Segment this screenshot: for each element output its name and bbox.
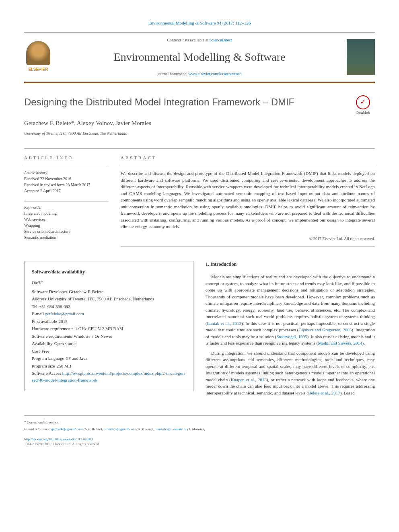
keyword-item: Integrated modeling xyxy=(24,210,109,216)
keyword-item: Web services xyxy=(24,216,109,222)
homepage-label: journal homepage: xyxy=(157,72,188,76)
software-name: DMIF xyxy=(32,280,186,286)
top-citation: Environmental Modelling & Software 94 (2… xyxy=(24,20,375,26)
citation-link[interactable]: Gijsbers and Gregersen, 2005 xyxy=(298,327,352,332)
affiliation: University of Twente, ITC, 7500 AE Ensch… xyxy=(24,131,375,136)
intro-paragraph: During integration, we should understand… xyxy=(206,350,375,396)
sw-row: CostFree xyxy=(32,347,186,355)
journal-homepage: journal homepage: www.elsevier.com/locat… xyxy=(58,71,341,77)
sw-val: Open source xyxy=(54,341,76,346)
crossmark-label: CrossMark xyxy=(356,111,370,115)
sw-key: E-mail xyxy=(32,311,44,316)
keyword-item: Semantic mediation xyxy=(24,234,109,240)
sw-row: Tel+31-684-838-692 xyxy=(32,303,186,310)
journal-header: ELSEVIER Contents lists available at Sci… xyxy=(24,32,375,83)
keyword-item: Wrapping xyxy=(24,222,109,228)
sw-key: Software Developer xyxy=(32,289,67,294)
abstract-text: We describe and discuss the design and p… xyxy=(121,170,375,230)
email-link[interactable]: j.morales@utwente.nl xyxy=(154,427,186,431)
keywords-label: Keywords: xyxy=(24,201,109,210)
sw-key: Program language xyxy=(32,356,64,361)
corresponding-author: * Corresponding author. xyxy=(24,420,375,425)
sw-val: 250 MB xyxy=(57,364,71,368)
sw-row: Software DeveloperGetachew F. Belete xyxy=(32,288,186,296)
sw-val: University of Twente, ITC, 7500 AE Ensch… xyxy=(48,296,154,301)
elsevier-tree-icon xyxy=(26,41,50,65)
sw-row: Program languageC# and Java xyxy=(32,355,186,362)
keyword-item: Service oriented architecture xyxy=(24,228,109,234)
sw-row: Hardware requirements1 GHz CPU 512 MB RA… xyxy=(32,325,186,333)
sw-val: +31-684-838-692 xyxy=(39,304,70,309)
issn-copyright: 1364-8152/© 2017 Elsevier Ltd. All right… xyxy=(24,442,375,447)
elsevier-logo: ELSEVIER xyxy=(24,41,52,73)
abstract-label: ABSTRACT xyxy=(121,155,375,165)
citation-link[interactable]: Knapen et al., 2013 xyxy=(231,377,267,382)
sw-key: Availability xyxy=(32,341,53,346)
received-date: Received 22 November 2016 xyxy=(24,176,109,182)
footer: * Corresponding author. E-mail addresses… xyxy=(24,415,375,446)
sw-key: First available xyxy=(32,319,57,324)
sw-row: Software requirementsWindows 7 Or Newer xyxy=(32,333,186,340)
contents-avail-text: Contents lists available at xyxy=(167,38,209,42)
history-label: Article history: xyxy=(24,170,109,176)
crossmark-icon xyxy=(356,95,370,109)
sw-email-link[interactable]: getfeleke@gmail.com xyxy=(45,311,84,316)
sw-val: 2015 xyxy=(59,319,68,324)
article-title: Designing the Distributed Model Integrat… xyxy=(24,95,343,109)
homepage-link[interactable]: www.elsevier.com/locate/envsoft xyxy=(188,72,242,76)
elsevier-text: ELSEVIER xyxy=(29,67,48,72)
sw-row: AvailabilityOpen source xyxy=(32,340,186,347)
software-availability-box: Software/data availability DMIF Software… xyxy=(24,261,193,392)
crossmark-badge[interactable]: CrossMark xyxy=(351,95,375,115)
sw-key: Software Access xyxy=(32,371,61,376)
citation-link[interactable]: Stoorvogel, 1995 xyxy=(276,334,307,339)
accepted-date: Accepted 2 April 2017 xyxy=(24,188,109,194)
software-box-title: Software/data availability xyxy=(32,269,186,275)
sw-key: Hardware requirements xyxy=(32,326,74,331)
authors: Getachew F. Belete*, Alexey Voinov, Javi… xyxy=(24,119,375,127)
sw-row: E-mail getfeleke@gmail.com xyxy=(32,310,186,318)
sw-val: Free xyxy=(41,349,49,353)
abstract-copyright: © 2017 Elsevier Ltd. All rights reserved… xyxy=(121,236,375,247)
citation-link[interactable]: Laniak et al., 2013 xyxy=(207,321,241,326)
sw-val: C# and Java xyxy=(66,356,87,361)
sciencedirect-link[interactable]: ScienceDirect xyxy=(209,38,232,42)
sw-key: Program size xyxy=(32,364,55,368)
article-info-label: ARTICLE INFO xyxy=(24,155,109,165)
email-link[interactable]: getfeleke@gmail.com xyxy=(51,427,82,431)
sw-row: Program size250 MB xyxy=(32,362,186,370)
sw-row: Software Access http://owsgip.itc.utwent… xyxy=(32,370,186,384)
sw-val: Windows 7 Or Newer xyxy=(74,334,112,339)
sw-row: First available2015 xyxy=(32,318,186,325)
journal-name: Environmental Modelling & Software xyxy=(58,49,341,65)
author-emails: E-mail addresses: getfeleke@gmail.com (G… xyxy=(24,427,375,432)
intro-heading: 1. Introduction xyxy=(206,261,375,268)
sw-key: Software requirements xyxy=(32,334,72,339)
revised-date: Received in revised form 28 March 2017 xyxy=(24,182,109,188)
sw-key: Cost xyxy=(32,349,40,353)
sw-val: Getachew F. Belete xyxy=(69,289,103,294)
sw-val: 1 GHz CPU 512 MB RAM xyxy=(75,326,123,331)
intro-paragraph: Models are simplifications of reality an… xyxy=(206,273,375,347)
email-link[interactable]: aavoinov@gmail.com xyxy=(104,427,136,431)
citation-link[interactable]: Madni and Sievers, 2014 xyxy=(318,341,362,345)
sw-key: Address xyxy=(32,296,46,301)
sw-row: AddressUniversity of Twente, ITC, 7500 A… xyxy=(32,295,186,303)
contents-available: Contents lists available at ScienceDirec… xyxy=(58,37,341,43)
sw-key: Tel xyxy=(32,304,37,309)
citation-link[interactable]: Belete et al., 2017 xyxy=(308,390,340,395)
journal-cover-thumbnail xyxy=(347,39,375,75)
doi-link[interactable]: http://dx.doi.org/10.1016/j.envsoft.2017… xyxy=(24,437,93,441)
